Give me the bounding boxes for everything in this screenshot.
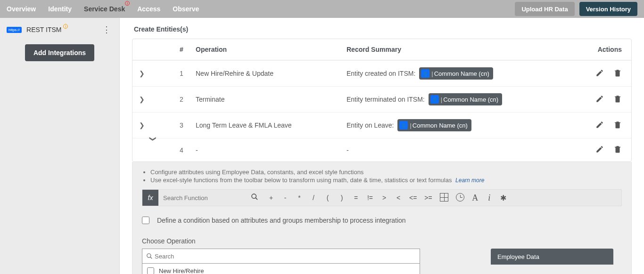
attribute-chip[interactable]: 👤|Common Name (cn) [419,67,493,80]
tab-observe[interactable]: Observe [173,0,199,17]
version-history-button[interactable]: Version History [579,2,637,16]
chip-label: Common Name (cn) [413,122,468,129]
summary-cell: - [347,146,573,154]
integration-name: REST ITSM [26,26,67,33]
delete-icon[interactable] [613,121,622,130]
function-search-input[interactable] [158,190,248,206]
op-plus[interactable]: + [268,194,274,201]
summary-text: Entity created on ITSM: [347,70,415,77]
expand-icon[interactable]: ❯ [139,96,167,103]
op-lt[interactable]: < [395,194,402,201]
sidebar: https:// REST ITSM ⋮ Add Integrations [0,18,120,274]
summary-text: Entity terminated on ITSM: [347,96,425,103]
op-multiply[interactable]: * [296,194,303,201]
tab-access[interactable]: Access [137,0,160,17]
col-operation: Operation [196,46,347,53]
operation-option[interactable]: New Hire/Rehire [142,264,420,274]
svg-line-1 [256,198,257,200]
help-text-2: Use excel-style functions from the toolb… [150,177,452,184]
op-gt[interactable]: > [381,194,388,201]
upload-hr-data-button[interactable]: Upload HR Data [515,2,574,16]
text-functions-icon[interactable]: A [472,193,479,203]
col-actions: Actions [573,46,625,53]
op-minus[interactable]: - [282,194,289,201]
table-row: ❯ 3 Long Term Leave & FMLA Leave Entity … [132,112,631,138]
table-row: ❯ 4 - - [132,138,631,161]
chip-label: Common Name (cn) [434,70,489,77]
table-row: ❯ 1 New Hire/Rehire & Update Entity crea… [132,60,631,86]
condition-label: Define a condition based on attributes a… [157,217,406,224]
svg-point-2 [147,254,151,258]
operation-search-input[interactable] [155,253,416,260]
integration-name-text: REST ITSM [26,26,61,33]
tab-service-desk-label: Service Desk [84,5,125,13]
col-summary: Record Summary [347,46,573,53]
op-lparen[interactable]: ( [324,194,331,201]
summary-text: - [347,146,349,154]
employee-data-panel-header[interactable]: Employee Data [491,249,613,265]
section-title: Create Entities(s) [134,25,632,33]
tab-overview[interactable]: Overview [7,0,36,17]
expand-icon[interactable]: ❯ [139,70,167,77]
user-icon: 👤 [399,121,408,129]
choose-operation-label: Choose Operation [142,237,622,245]
op-gte[interactable]: >= [424,194,432,201]
row-number: 1 [167,70,196,77]
tab-identity[interactable]: Identity [48,0,72,17]
operation-cell: - [196,146,347,154]
op-eq[interactable]: = [353,194,359,201]
main-content: Create Entities(s) # Operation Record Su… [120,18,644,274]
svg-line-3 [150,257,152,259]
chip-label: Common Name (cn) [443,96,498,103]
col-hash: # [167,46,196,53]
op-rparen[interactable]: ) [339,194,345,201]
delete-icon[interactable] [613,69,622,79]
entities-table: # Operation Record Summary Actions ❯ 1 N… [132,39,632,162]
kebab-menu-icon[interactable]: ⋮ [100,24,113,35]
operation-search[interactable] [142,249,420,264]
row-number: 2 [167,96,196,103]
learn-more-link[interactable]: Learn more [455,177,484,184]
condition-checkbox[interactable] [142,217,149,224]
operation-cell: Long Term Leave & FMLA Leave [196,121,347,129]
expanded-config-panel: Configure attributes using Employee Data… [132,162,632,274]
delete-icon[interactable] [613,145,622,155]
summary-cell: Entity created on ITSM: 👤|Common Name (c… [347,67,573,80]
user-icon: 👤 [430,95,439,104]
operation-checkbox[interactable] [147,267,154,274]
integration-item[interactable]: https:// REST ITSM ⋮ [7,24,113,35]
expand-icon[interactable]: ❯ [139,121,167,129]
add-integrations-button[interactable]: Add Integrations [25,44,94,61]
attribute-chip[interactable]: 👤|Common Name (cn) [429,93,502,105]
table-row: ❯ 2 Terminate Entity terminated on ITSM:… [132,86,631,112]
settings-icon[interactable]: ✱ [500,193,507,202]
op-divide[interactable]: / [310,194,317,201]
edit-icon[interactable] [595,145,604,155]
summary-cell: Entity terminated on ITSM: 👤|Common Name… [347,93,573,105]
fx-badge: fx [142,190,158,206]
row-number: 4 [167,146,196,154]
op-neq[interactable]: != [367,194,373,201]
row-number: 3 [167,121,196,129]
edit-icon[interactable] [595,69,604,79]
operation-cell: New Hire/Rehire & Update [196,70,347,77]
operation-option-label: New Hire/Rehire [159,267,204,274]
op-lte[interactable]: <= [409,194,417,201]
attribute-chip[interactable]: 👤|Common Name (cn) [397,119,471,131]
collapse-icon[interactable]: ❯ [149,136,157,164]
time-functions-icon[interactable] [456,193,464,203]
delete-icon[interactable] [613,95,622,105]
search-icon [146,253,153,259]
tab-service-desk[interactable]: Service Desk [84,0,125,17]
info-functions-icon[interactable]: i [486,193,493,203]
edit-icon[interactable] [595,95,604,105]
user-icon: 👤 [421,69,429,78]
summary-cell: Entity on Leave: 👤|Common Name (cn) [347,119,573,131]
alert-icon [125,1,130,6]
table-functions-icon[interactable] [440,193,448,203]
edit-icon[interactable] [595,121,604,130]
search-icon[interactable] [248,193,261,202]
protocol-badge: https:// [7,27,22,33]
summary-text: Entity on Leave: [347,121,394,129]
warning-icon [63,24,68,29]
